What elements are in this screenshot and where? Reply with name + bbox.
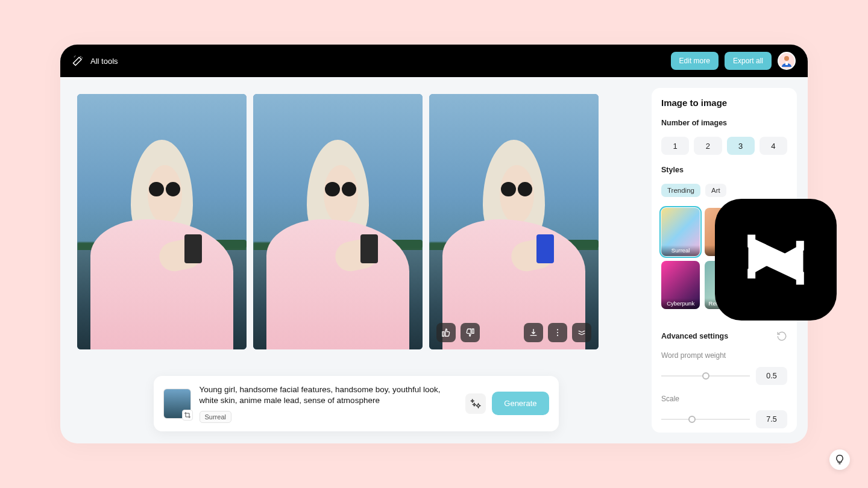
svg-point-0 [784, 56, 789, 61]
svg-point-2 [557, 329, 558, 330]
all-tools-label[interactable]: All tools [90, 57, 118, 66]
panel-title: Image to image [661, 98, 787, 108]
word-weight-value[interactable]: 0.5 [756, 367, 787, 385]
num-option-3[interactable]: 3 [727, 137, 755, 155]
prompt-style-tag[interactable]: Surreal [200, 411, 231, 423]
reset-icon[interactable] [776, 331, 787, 342]
generated-image-3[interactable] [429, 94, 599, 349]
prompt-bar: Young girl, handsome facial features, ha… [154, 376, 559, 431]
scale-slider[interactable] [661, 413, 750, 425]
num-option-4[interactable]: 4 [760, 137, 787, 155]
style-tab-art[interactable]: Art [705, 184, 726, 197]
export-all-button[interactable]: Export all [725, 52, 772, 70]
num-option-2[interactable]: 2 [694, 137, 722, 155]
word-weight-slider[interactable] [661, 370, 750, 382]
num-option-1[interactable]: 1 [661, 137, 689, 155]
prompt-text[interactable]: Young girl, handsome facial features, ha… [200, 384, 458, 406]
main-area: Young girl, handsome facial features, ha… [60, 77, 652, 443]
thumbs-down-button[interactable] [461, 323, 480, 342]
style-card-cyberpunk[interactable]: Cyberpunk [661, 261, 700, 309]
svg-point-4 [557, 335, 558, 336]
magic-prompt-button[interactable] [465, 393, 486, 414]
thumbs-up-button[interactable] [436, 323, 456, 342]
app-window: All tools Edit more Export all [60, 45, 808, 443]
avatar[interactable] [778, 52, 796, 70]
more-button[interactable] [548, 323, 567, 342]
svg-point-3 [557, 332, 558, 333]
wand-icon [72, 55, 83, 66]
download-button[interactable] [524, 323, 543, 342]
capcut-logo [715, 199, 837, 321]
styles-label: Styles [661, 166, 787, 174]
generate-button[interactable]: Generate [492, 392, 549, 415]
generated-image-2[interactable] [253, 94, 423, 349]
style-card-surreal[interactable]: Surreal [661, 208, 700, 256]
top-bar: All tools Edit more Export all [60, 45, 808, 77]
num-images-row: 1 2 3 4 [661, 137, 787, 155]
edit-more-button[interactable]: Edit more [671, 52, 719, 70]
word-weight-label: Word prompt weight [661, 351, 787, 360]
variations-button[interactable] [572, 323, 591, 342]
advanced-settings-label: Advanced settings [661, 332, 728, 340]
num-images-label: Number of images [661, 119, 787, 127]
generated-image-1[interactable] [77, 94, 247, 349]
generated-images-row [77, 94, 635, 349]
scale-label: Scale [661, 395, 787, 403]
source-thumbnail[interactable] [163, 389, 191, 419]
scale-value[interactable]: 7.5 [756, 410, 787, 428]
crop-icon[interactable] [182, 410, 193, 421]
style-tab-trending[interactable]: Trending [661, 184, 700, 197]
svg-rect-1 [785, 62, 788, 65]
